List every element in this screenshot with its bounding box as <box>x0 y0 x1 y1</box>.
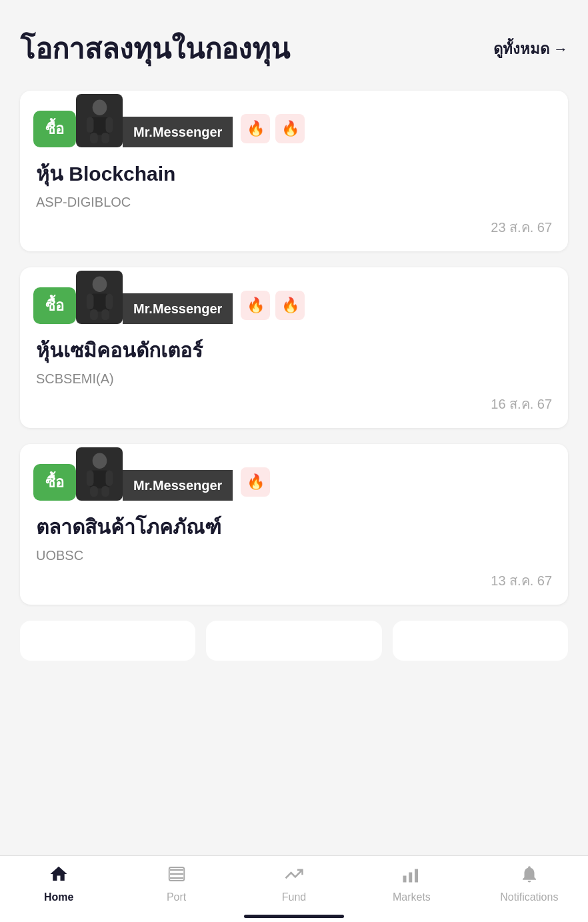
svg-point-12 <box>92 453 107 469</box>
fire-badges-2: 🔥 <box>241 467 270 497</box>
fund-card-1[interactable]: ซื้อ Mr.Messenger 🔥🔥 หุ้นเซมิคอนดักเตอร์ <box>20 267 568 428</box>
home-indicator <box>244 915 344 918</box>
fire-badge-0-1: 🔥 <box>275 114 305 143</box>
fund-cards-list: ซื้อ Mr.Messenger 🔥🔥 หุ้น Blockchain <box>20 91 568 605</box>
partial-card-3 <box>393 621 568 661</box>
fund-code-0: ASP-DIGIBLOC <box>36 195 552 210</box>
fund-date-0: 23 ส.ค. 67 <box>20 217 568 238</box>
buy-badge-0[interactable]: ซื้อ <box>33 111 76 147</box>
messenger-badge-2: Mr.Messenger <box>123 470 233 501</box>
partial-card-1 <box>20 621 195 661</box>
svg-rect-8 <box>86 294 93 309</box>
svg-rect-16 <box>90 486 98 497</box>
fund-card-0[interactable]: ซื้อ Mr.Messenger 🔥🔥 หุ้น Blockchain <box>20 91 568 251</box>
messenger-badge-1: Mr.Messenger <box>123 293 233 324</box>
svg-rect-9 <box>105 294 113 309</box>
fund-date-1: 16 ส.ค. 67 <box>20 393 568 415</box>
fire-badge-1-1: 🔥 <box>275 291 305 320</box>
fund-icon <box>284 864 304 889</box>
avatar-img-0 <box>76 94 123 147</box>
nav-item-notifications[interactable]: Notifications <box>471 864 588 903</box>
buy-badge-1[interactable]: ซื้อ <box>33 287 76 324</box>
messenger-badge-0: Mr.Messenger <box>123 117 233 147</box>
partial-card-2 <box>206 621 381 661</box>
nav-label-fund: Fund <box>282 891 306 903</box>
fund-code-1: SCBSEMI(A) <box>36 371 552 387</box>
nav-label-markets: Markets <box>393 891 431 903</box>
avatar-img-1 <box>76 271 123 324</box>
nav-item-fund[interactable]: Fund <box>235 864 353 903</box>
page-title: โอกาสลงทุนในกองทุน <box>20 27 290 71</box>
svg-rect-5 <box>101 133 109 143</box>
svg-rect-14 <box>86 471 93 486</box>
card-body-2: ตลาดสินค้าโภคภัณฑ์ UOBSC <box>20 501 568 563</box>
markets-icon <box>401 864 421 889</box>
nav-label-home: Home <box>44 891 73 903</box>
fund-date-2: 13 ส.ค. 67 <box>20 570 568 591</box>
avatar-container-2 <box>76 447 123 501</box>
fire-badge-0-0: 🔥 <box>241 114 270 143</box>
home-icon <box>49 864 69 889</box>
nav-item-port[interactable]: Port <box>117 864 235 903</box>
avatar-img-2 <box>76 447 123 501</box>
view-all-link[interactable]: ดูทั้งหมด → <box>493 37 568 61</box>
card-body-0: หุ้น Blockchain ASP-DIGIBLOC <box>20 147 568 210</box>
svg-rect-19 <box>403 876 407 883</box>
nav-item-home[interactable]: Home <box>0 864 117 903</box>
bottom-nav: Home Port Fund Markets <box>0 855 588 922</box>
nav-item-markets[interactable]: Markets <box>353 864 470 903</box>
svg-rect-20 <box>409 873 413 883</box>
port-icon <box>167 864 187 889</box>
fire-badges-1: 🔥🔥 <box>241 291 305 320</box>
fire-badge-1-0: 🔥 <box>241 291 270 320</box>
svg-rect-3 <box>105 117 113 133</box>
card-header-row-2: ซื้อ Mr.Messenger 🔥 <box>20 444 568 501</box>
svg-rect-2 <box>86 117 93 133</box>
partial-cards-row <box>20 621 568 667</box>
svg-rect-4 <box>90 133 98 143</box>
svg-rect-21 <box>415 869 418 883</box>
fund-name-0: หุ้น Blockchain <box>36 158 552 189</box>
fire-badges-0: 🔥🔥 <box>241 114 305 143</box>
fund-name-1: หุ้นเซมิคอนดักเตอร์ <box>36 335 552 366</box>
avatar-container-1 <box>76 271 123 324</box>
fund-code-2: UOBSC <box>36 548 552 563</box>
main-content: โอกาสลงทุนในกองทุน ดูทั้งหมด → ซื้อ Mr.M… <box>0 0 588 833</box>
nav-label-notifications: Notifications <box>500 891 558 903</box>
card-header-row-1: ซื้อ Mr.Messenger 🔥🔥 <box>20 267 568 324</box>
fund-name-2: ตลาดสินค้าโภคภัณฑ์ <box>36 511 552 543</box>
svg-rect-15 <box>105 471 113 486</box>
buy-badge-2[interactable]: ซื้อ <box>33 464 76 501</box>
nav-label-port: Port <box>167 891 186 903</box>
svg-rect-10 <box>90 309 98 320</box>
svg-rect-17 <box>101 486 109 497</box>
fire-badge-2-0: 🔥 <box>241 467 270 497</box>
svg-point-6 <box>92 277 107 292</box>
svg-point-0 <box>92 100 107 115</box>
avatar-container-0 <box>76 94 123 147</box>
card-header-row-0: ซื้อ Mr.Messenger 🔥🔥 <box>20 91 568 147</box>
notifications-icon <box>519 864 539 889</box>
card-body-1: หุ้นเซมิคอนดักเตอร์ SCBSEMI(A) <box>20 324 568 387</box>
page-header: โอกาสลงทุนในกองทุน ดูทั้งหมด → <box>20 27 568 71</box>
svg-rect-11 <box>101 309 109 320</box>
fund-card-2[interactable]: ซื้อ Mr.Messenger 🔥 ตลาดสินค้าโภคภัณฑ์ <box>20 444 568 605</box>
